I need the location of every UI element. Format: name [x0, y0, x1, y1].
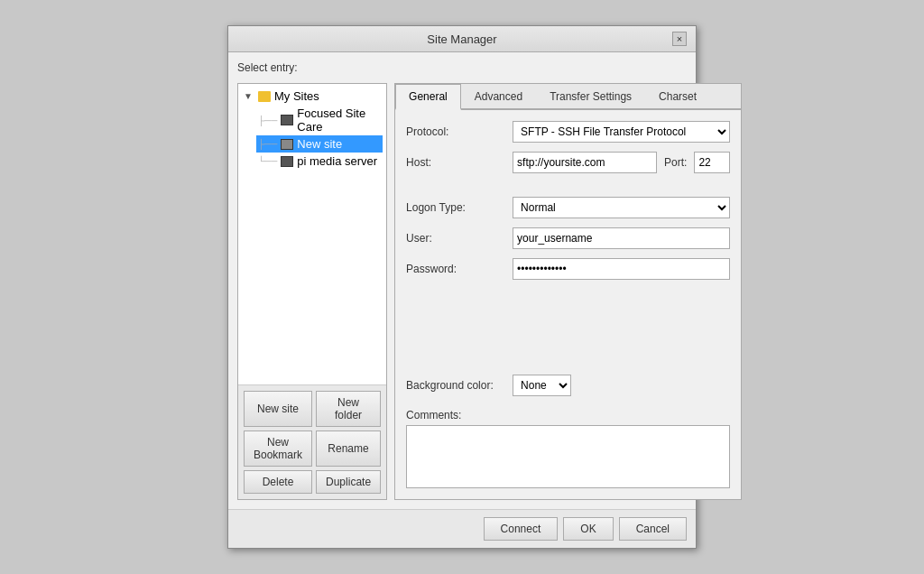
logon-type-select[interactable]: Anonymous Normal Ask for password Intera…	[513, 197, 730, 218]
dialog-title: Site Manager	[252, 32, 672, 46]
dialog-titlebar: Site Manager ×	[228, 26, 696, 52]
tab-general[interactable]: General	[395, 84, 461, 110]
protocol-control: SFTP - SSH File Transfer Protocol FTP - …	[513, 121, 730, 143]
password-control	[513, 258, 730, 280]
site-action-buttons: New site New folder New Bookmark Rename …	[238, 384, 386, 499]
delete-button[interactable]: Delete	[244, 470, 312, 494]
tab-transfer-settings[interactable]: Transfer Settings	[536, 84, 645, 110]
protocol-select[interactable]: SFTP - SSH File Transfer Protocol FTP - …	[513, 121, 730, 143]
general-tab-content: Protocol: SFTP - SSH File Transfer Proto…	[395, 110, 741, 499]
tree-item-pi-media-server[interactable]: └── pi media server	[256, 153, 383, 170]
protocol-label: Protocol:	[406, 125, 505, 138]
user-input[interactable]	[513, 227, 730, 249]
right-panel: General Advanced Transfer Settings Chars…	[394, 83, 742, 500]
site-icon-2	[281, 139, 293, 150]
site-icon-1	[281, 115, 293, 125]
password-row: Password:	[406, 258, 730, 280]
dialog-footer: Connect OK Cancel	[228, 509, 696, 548]
new-folder-button[interactable]: New folder	[316, 391, 381, 427]
host-port-row: Port:	[513, 152, 730, 173]
user-row: User:	[406, 227, 730, 249]
port-input[interactable]	[694, 152, 730, 173]
bg-color-row: Background color: None Red Green Blue Ye…	[406, 375, 730, 396]
tree-label-my-sites: My Sites	[274, 89, 319, 103]
connector-2: ├──	[258, 139, 277, 149]
connect-button[interactable]: Connect	[484, 517, 559, 541]
cancel-button[interactable]: Cancel	[619, 517, 687, 541]
dialog-body: Select entry: ▼ My Sites	[228, 52, 696, 509]
user-label: User:	[406, 232, 505, 245]
tree-label-pi-media-server: pi media server	[297, 154, 377, 168]
ok-button[interactable]: OK	[563, 517, 613, 541]
site-manager-dialog: Site Manager × Select entry: ▼ My Sites	[227, 25, 697, 549]
left-panel: ▼ My Sites ├── Focused Site Care	[237, 83, 387, 500]
password-label: Password:	[406, 263, 505, 275]
logon-type-label: Logon Type:	[406, 201, 505, 214]
logon-type-control: Anonymous Normal Ask for password Intera…	[513, 197, 730, 218]
site-icon-3	[281, 156, 293, 167]
new-bookmark-button[interactable]: New Bookmark	[244, 430, 312, 467]
select-entry-label: Select entry:	[237, 61, 687, 74]
tab-advanced[interactable]: Advanced	[461, 84, 536, 110]
main-area: ▼ My Sites ├── Focused Site Care	[237, 83, 687, 500]
protocol-row: Protocol: SFTP - SSH File Transfer Proto…	[406, 121, 730, 143]
port-label: Port:	[664, 156, 687, 169]
host-input[interactable]	[513, 152, 657, 173]
spacer-1	[406, 182, 730, 188]
host-row: Host: Port:	[406, 152, 730, 173]
bg-color-select[interactable]: None Red Green Blue Yellow	[513, 375, 571, 396]
new-site-button[interactable]: New site	[244, 391, 312, 427]
rename-button[interactable]: Rename	[316, 430, 381, 467]
comments-input[interactable]	[406, 425, 730, 488]
close-button[interactable]: ×	[672, 32, 687, 46]
expand-icon: ▼	[244, 91, 254, 101]
user-control	[513, 227, 730, 249]
tree-children: ├── Focused Site Care ├── New site	[242, 105, 383, 170]
duplicate-button[interactable]: Duplicate	[316, 470, 381, 494]
tree-label-focused-site-care: Focused Site Care	[297, 106, 381, 134]
connector-3: └──	[258, 156, 277, 166]
bg-color-label: Background color:	[406, 379, 505, 392]
tab-charset[interactable]: Charset	[645, 84, 710, 110]
connector-1: ├──	[258, 116, 277, 125]
tree-item-my-sites[interactable]: ▼ My Sites	[242, 88, 383, 105]
comments-label: Comments:	[406, 409, 730, 421]
tree-label-new-site: New site	[297, 137, 342, 151]
password-input[interactable]	[513, 258, 730, 280]
tree-item-new-site[interactable]: ├── New site	[256, 135, 383, 153]
site-tree: ▼ My Sites ├── Focused Site Care	[238, 84, 386, 384]
comments-section: Comments:	[406, 405, 730, 488]
host-label: Host:	[406, 156, 505, 169]
folder-icon	[258, 91, 271, 102]
logon-type-row: Logon Type: Anonymous Normal Ask for pas…	[406, 197, 730, 218]
spacer-2	[406, 289, 730, 366]
tab-bar: General Advanced Transfer Settings Chars…	[395, 84, 741, 110]
tree-item-focused-site-care[interactable]: ├── Focused Site Care	[256, 105, 383, 135]
